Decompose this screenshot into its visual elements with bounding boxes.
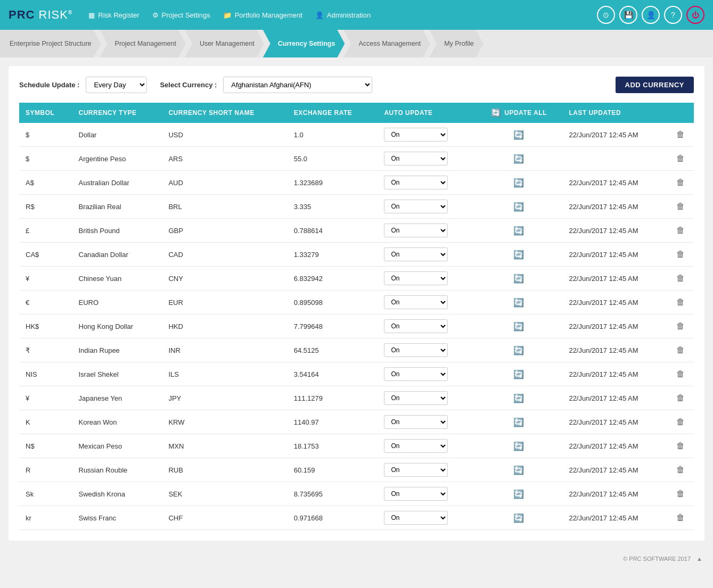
schedule-select[interactable]: Every Day Every Week Every Month Manual — [86, 77, 147, 93]
nav-risk-register[interactable]: ▦ Risk Register — [88, 11, 139, 19]
refresh-icon[interactable]: 🔄 — [513, 393, 524, 403]
tab-currency-settings[interactable]: Currency Settings — [263, 30, 345, 57]
cell-delete[interactable]: 🗑 — [667, 147, 694, 171]
auto-update-select[interactable]: On Off — [384, 176, 448, 189]
cell-refresh[interactable]: 🔄 — [475, 291, 562, 314]
refresh-icon[interactable]: 🔄 — [513, 417, 524, 427]
refresh-icon[interactable]: 🔄 — [513, 513, 524, 523]
refresh-icon[interactable]: 🔄 — [513, 345, 524, 355]
refresh-icon[interactable]: 🔄 — [513, 465, 524, 475]
cell-auto-update[interactable]: On Off — [378, 195, 475, 219]
refresh-icon[interactable]: 🔄 — [513, 321, 524, 332]
cell-auto-update[interactable]: On Off — [378, 506, 475, 530]
cell-auto-update[interactable]: On Off — [378, 362, 475, 386]
cell-delete[interactable]: 🗑 — [667, 267, 694, 291]
currency-select[interactable]: Afghanistan Afghani(AFN) US Dollar(USD) … — [223, 77, 372, 93]
cell-refresh[interactable]: 🔄 — [475, 482, 562, 506]
auto-update-select[interactable]: On Off — [384, 439, 448, 453]
cell-auto-update[interactable]: On Off — [378, 171, 475, 195]
auto-update-select[interactable]: On Off — [384, 367, 448, 381]
cell-delete[interactable]: 🗑 — [667, 410, 694, 434]
tab-access-management[interactable]: Access Management — [343, 30, 430, 57]
tab-my-profile[interactable]: My Profile — [429, 30, 483, 57]
delete-icon[interactable]: 🗑 — [676, 154, 685, 163]
tab-user-management[interactable]: User Management — [185, 30, 264, 57]
cell-auto-update[interactable]: On Off — [378, 147, 475, 171]
tab-project-management[interactable]: Project Management — [100, 30, 186, 57]
auto-update-select[interactable]: On Off — [384, 487, 448, 501]
cell-refresh[interactable]: 🔄 — [475, 195, 562, 219]
nav-project-settings[interactable]: ⚙ Project Settings — [152, 11, 210, 19]
auto-update-select[interactable]: On Off — [384, 128, 448, 142]
cell-refresh[interactable]: 🔄 — [475, 362, 562, 386]
refresh-icon[interactable]: 🔄 — [513, 274, 524, 284]
cell-refresh[interactable]: 🔄 — [475, 243, 562, 267]
delete-icon[interactable]: 🗑 — [676, 513, 685, 523]
cell-delete[interactable]: 🗑 — [667, 386, 694, 410]
nav-administration[interactable]: 👤 Administration — [315, 11, 371, 19]
delete-icon[interactable]: 🗑 — [676, 465, 685, 475]
auto-update-select[interactable]: On Off — [384, 343, 448, 357]
power-button[interactable]: ⏻ — [686, 6, 704, 24]
cell-refresh[interactable]: 🔄 — [475, 386, 562, 410]
add-currency-button[interactable]: ADD CURRENCY — [616, 77, 694, 93]
cell-auto-update[interactable]: On Off — [378, 267, 475, 291]
delete-icon[interactable]: 🗑 — [676, 274, 685, 283]
delete-icon[interactable]: 🗑 — [676, 489, 685, 499]
cell-auto-update[interactable]: On Off — [378, 482, 475, 506]
cell-refresh[interactable]: 🔄 — [475, 171, 562, 195]
auto-update-select[interactable]: On Off — [384, 152, 448, 165]
auto-update-select[interactable]: On Off — [384, 271, 448, 285]
cell-delete[interactable]: 🗑 — [667, 482, 694, 506]
scroll-up-icon[interactable]: ▲ — [696, 556, 702, 562]
cell-auto-update[interactable]: On Off — [378, 410, 475, 434]
delete-icon[interactable]: 🗑 — [676, 250, 685, 259]
refresh-icon[interactable]: 🔄 — [513, 250, 524, 260]
cell-auto-update[interactable]: On Off — [378, 291, 475, 314]
cell-auto-update[interactable]: On Off — [378, 458, 475, 482]
cell-refresh[interactable]: 🔄 — [475, 314, 562, 338]
save-button[interactable]: 💾 — [619, 6, 637, 24]
cell-delete[interactable]: 🗑 — [667, 458, 694, 482]
cell-auto-update[interactable]: On Off — [378, 314, 475, 338]
cell-auto-update[interactable]: On Off — [378, 434, 475, 458]
delete-icon[interactable]: 🗑 — [676, 130, 685, 139]
nav-portfolio-management[interactable]: 📁 Portfolio Management — [223, 11, 302, 19]
delete-icon[interactable]: 🗑 — [676, 178, 685, 187]
delete-icon[interactable]: 🗑 — [676, 297, 685, 307]
cell-auto-update[interactable]: On Off — [378, 123, 475, 147]
refresh-icon[interactable]: 🔄 — [513, 154, 524, 164]
cell-refresh[interactable]: 🔄 — [475, 123, 562, 147]
auto-update-select[interactable]: On Off — [384, 295, 448, 309]
cell-refresh[interactable]: 🔄 — [475, 147, 562, 171]
cell-delete[interactable]: 🗑 — [667, 291, 694, 314]
refresh-icon[interactable]: 🔄 — [513, 130, 524, 140]
delete-icon[interactable]: 🗑 — [676, 226, 685, 235]
cell-refresh[interactable]: 🔄 — [475, 267, 562, 291]
cell-delete[interactable]: 🗑 — [667, 171, 694, 195]
cell-auto-update[interactable]: On Off — [378, 243, 475, 267]
refresh-icon[interactable]: 🔄 — [513, 202, 524, 212]
delete-icon[interactable]: 🗑 — [676, 345, 685, 355]
col-update-all[interactable]: 🔄 UPDATE ALL — [475, 103, 562, 123]
delete-icon[interactable]: 🗑 — [676, 417, 685, 427]
auto-update-select[interactable]: On Off — [384, 223, 448, 237]
cell-auto-update[interactable]: On Off — [378, 386, 475, 410]
delete-icon[interactable]: 🗑 — [676, 369, 685, 379]
delete-icon[interactable]: 🗑 — [676, 321, 685, 331]
refresh-icon[interactable]: 🔄 — [513, 369, 524, 379]
delete-icon[interactable]: 🗑 — [676, 202, 685, 211]
cell-delete[interactable]: 🗑 — [667, 195, 694, 219]
refresh-icon[interactable]: 🔄 — [513, 441, 524, 451]
auto-update-select[interactable]: On Off — [384, 463, 448, 477]
refresh-icon[interactable]: 🔄 — [513, 489, 524, 499]
auto-update-select[interactable]: On Off — [384, 319, 448, 333]
auto-update-select[interactable]: On Off — [384, 391, 448, 405]
user-button[interactable]: 👤 — [642, 6, 660, 24]
auto-update-select[interactable]: On Off — [384, 200, 448, 213]
cell-delete[interactable]: 🗑 — [667, 434, 694, 458]
refresh-icon[interactable]: 🔄 — [513, 297, 524, 308]
cell-refresh[interactable]: 🔄 — [475, 219, 562, 243]
cell-refresh[interactable]: 🔄 — [475, 410, 562, 434]
cell-delete[interactable]: 🗑 — [667, 506, 694, 530]
